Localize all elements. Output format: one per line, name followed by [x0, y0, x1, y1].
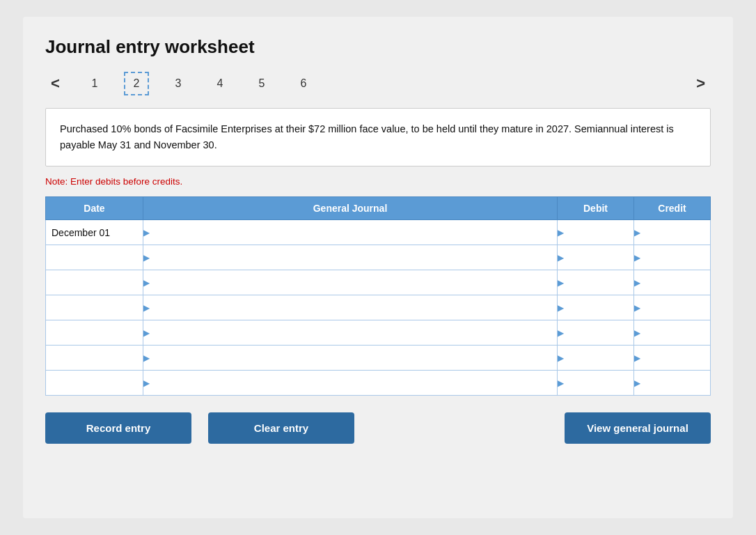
debit-cell-5[interactable]: ▶ [558, 320, 634, 346]
credit-input-1[interactable] [644, 220, 710, 245]
record-entry-button[interactable]: Record entry [45, 412, 191, 444]
arrow-icon-debit-1: ▶ [558, 228, 564, 238]
nav-prev-button[interactable]: < [45, 72, 65, 95]
header-credit: Credit [634, 197, 711, 220]
header-date: Date [46, 197, 143, 220]
credit-input-2[interactable] [644, 245, 710, 270]
journal-table: Date General Journal Debit Credit Decemb… [45, 196, 711, 396]
arrow-icon-1: ▶ [143, 228, 150, 238]
date-cell-1: December 01 [46, 220, 143, 245]
debit-input-2[interactable] [567, 245, 633, 270]
arrow-icon-7: ▶ [143, 378, 150, 388]
debit-cell-2[interactable]: ▶ [558, 245, 634, 270]
main-container: Journal entry worksheet < 1 2 3 4 5 6 > … [23, 17, 733, 518]
description-box: Purchased 10% bonds of Facsimile Enterpr… [45, 108, 711, 166]
nav-item-5[interactable]: 5 [249, 73, 274, 94]
date-cell-4 [46, 295, 143, 320]
table-row: ▶ ▶ ▶ [46, 320, 711, 346]
journal-input-6[interactable] [153, 346, 557, 370]
debit-cell-7[interactable]: ▶ [558, 371, 634, 396]
arrow-icon-debit-4: ▶ [558, 303, 564, 313]
arrow-icon-debit-2: ▶ [558, 253, 564, 263]
table-row: ▶ ▶ ▶ [46, 245, 711, 270]
journal-cell-3[interactable]: ▶ [143, 270, 558, 295]
date-cell-3 [46, 270, 143, 295]
journal-cell-1[interactable]: ▶ [143, 220, 558, 245]
journal-input-1[interactable] [153, 220, 557, 245]
credit-cell-6[interactable]: ▶ [634, 346, 711, 371]
debit-cell-1[interactable]: ▶ [558, 220, 634, 245]
debit-input-4[interactable] [567, 295, 633, 320]
journal-input-2[interactable] [153, 245, 557, 270]
nav-item-1[interactable]: 1 [82, 73, 107, 94]
table-row: ▶ ▶ ▶ [46, 295, 711, 320]
arrow-icon-debit-6: ▶ [558, 353, 564, 363]
credit-input-4[interactable] [644, 295, 710, 320]
credit-input-6[interactable] [644, 346, 710, 370]
arrow-icon-debit-7: ▶ [558, 378, 564, 388]
journal-input-3[interactable] [153, 270, 557, 295]
journal-cell-4[interactable]: ▶ [143, 295, 558, 320]
credit-cell-3[interactable]: ▶ [634, 270, 711, 295]
arrow-icon-3: ▶ [143, 278, 150, 288]
debit-input-1[interactable] [567, 220, 633, 245]
view-general-journal-button[interactable]: View general journal [565, 412, 711, 444]
debit-cell-4[interactable]: ▶ [558, 295, 634, 320]
arrow-icon-credit-1: ▶ [634, 228, 640, 238]
debit-cell-6[interactable]: ▶ [558, 346, 634, 371]
credit-cell-4[interactable]: ▶ [634, 295, 711, 320]
arrow-icon-credit-4: ▶ [634, 303, 640, 313]
debit-cell-3[interactable]: ▶ [558, 270, 634, 295]
arrow-icon-credit-3: ▶ [634, 278, 640, 288]
table-header-row: Date General Journal Debit Credit [46, 197, 711, 220]
arrow-icon-debit-5: ▶ [558, 328, 564, 338]
credit-cell-5[interactable]: ▶ [634, 320, 711, 346]
clear-entry-button[interactable]: Clear entry [208, 412, 354, 444]
table-row: December 01 ▶ ▶ ▶ [46, 220, 711, 245]
debit-input-6[interactable] [567, 346, 633, 370]
journal-input-5[interactable] [153, 320, 557, 345]
arrow-icon-5: ▶ [143, 328, 150, 338]
nav-item-4[interactable]: 4 [207, 73, 233, 94]
arrow-icon-credit-6: ▶ [634, 353, 640, 363]
nav-item-2[interactable]: 2 [124, 72, 149, 95]
arrow-icon-2: ▶ [143, 253, 150, 263]
page-title: Journal entry worksheet [45, 36, 711, 58]
debit-input-5[interactable] [567, 320, 633, 345]
credit-cell-2[interactable]: ▶ [634, 245, 711, 270]
journal-cell-2[interactable]: ▶ [143, 245, 558, 270]
arrow-icon-credit-7: ▶ [634, 378, 640, 388]
arrow-icon-credit-2: ▶ [634, 253, 640, 263]
nav-next-button[interactable]: > [691, 72, 711, 95]
date-cell-5 [46, 320, 143, 346]
journal-input-4[interactable] [153, 295, 557, 320]
journal-input-7[interactable] [153, 371, 557, 395]
credit-input-5[interactable] [644, 320, 710, 345]
header-journal: General Journal [143, 197, 558, 220]
description-text: Purchased 10% bonds of Facsimile Enterpr… [60, 123, 674, 150]
arrow-icon-4: ▶ [143, 303, 150, 313]
arrow-icon-debit-3: ▶ [558, 278, 564, 288]
nav-item-6[interactable]: 6 [291, 73, 316, 94]
journal-cell-5[interactable]: ▶ [143, 320, 558, 346]
date-cell-7 [46, 371, 143, 396]
credit-input-3[interactable] [644, 270, 710, 295]
arrow-icon-credit-5: ▶ [634, 328, 640, 338]
button-row: Record entry Clear entry View general jo… [45, 412, 711, 444]
note-text: Note: Enter debits before credits. [45, 176, 711, 187]
journal-cell-6[interactable]: ▶ [143, 346, 558, 371]
credit-input-7[interactable] [644, 371, 710, 395]
header-debit: Debit [558, 197, 634, 220]
nav-item-3[interactable]: 3 [166, 73, 191, 94]
debit-input-3[interactable] [567, 270, 633, 295]
table-row: ▶ ▶ ▶ [46, 346, 711, 371]
table-row: ▶ ▶ ▶ [46, 270, 711, 295]
credit-cell-1[interactable]: ▶ [634, 220, 711, 245]
credit-cell-7[interactable]: ▶ [634, 371, 711, 396]
table-row: ▶ ▶ ▶ [46, 371, 711, 396]
debit-input-7[interactable] [567, 371, 633, 395]
journal-cell-7[interactable]: ▶ [143, 371, 558, 396]
date-cell-2 [46, 245, 143, 270]
date-cell-6 [46, 346, 143, 371]
nav-row: < 1 2 3 4 5 6 > [45, 72, 711, 95]
